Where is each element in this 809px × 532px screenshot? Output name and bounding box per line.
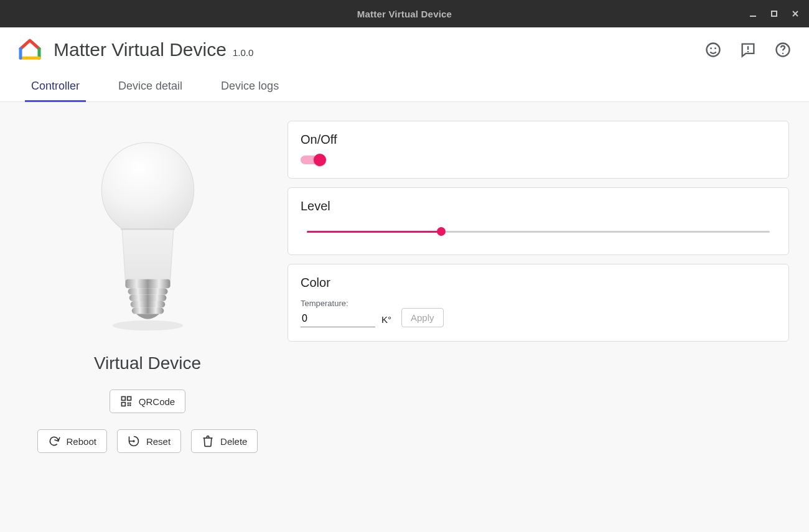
svg-rect-19 (127, 397, 131, 401)
tab-bar: Controller Device detail Device logs (0, 72, 809, 102)
svg-point-11 (112, 320, 182, 331)
message-alert-icon[interactable] (739, 41, 757, 58)
help-icon[interactable] (774, 41, 792, 58)
qrcode-icon (120, 395, 133, 408)
svg-rect-16 (130, 301, 165, 307)
svg-rect-15 (129, 295, 166, 301)
apply-button[interactable]: Apply (401, 308, 444, 327)
window-minimize-button[interactable] (744, 5, 762, 22)
onoff-card: On/Off (288, 121, 789, 179)
svg-rect-1 (772, 11, 777, 16)
level-track-fill (307, 231, 441, 233)
onoff-toggle-knob (314, 154, 326, 166)
level-slider[interactable] (307, 222, 770, 241)
svg-point-10 (782, 52, 783, 54)
window-close-button[interactable] (787, 5, 804, 22)
reset-icon (128, 435, 140, 447)
window-titlebar: Matter Virtual Device (0, 0, 809, 27)
window-maximize-button[interactable] (765, 5, 783, 22)
app-header: Matter Virtual Device 1.0.0 (0, 27, 809, 72)
temperature-label: Temperature: (301, 299, 375, 308)
svg-rect-24 (129, 404, 131, 406)
svg-rect-18 (121, 397, 125, 401)
device-image (20, 121, 275, 351)
google-home-logo-icon (17, 37, 42, 62)
svg-point-8 (747, 50, 749, 52)
delete-button[interactable]: Delete (191, 429, 258, 453)
reset-button-label: Reset (146, 437, 171, 446)
qrcode-button-label: QRCode (139, 397, 175, 406)
level-card: Level (288, 187, 789, 255)
temperature-unit: K° (381, 314, 391, 325)
tab-controller[interactable]: Controller (25, 80, 86, 102)
color-title: Color (301, 276, 776, 290)
color-card: Color Temperature: K° Apply (288, 264, 789, 342)
device-column: Virtual Device QRCode Reboot (20, 121, 275, 453)
svg-point-4 (707, 43, 720, 56)
qrcode-button[interactable]: QRCode (110, 390, 185, 413)
reboot-button[interactable]: Reboot (37, 429, 107, 453)
app-title: Matter Virtual Device (54, 39, 227, 60)
lightbulb-icon (96, 139, 199, 332)
tab-device-detail[interactable]: Device detail (112, 80, 189, 102)
onoff-toggle[interactable] (301, 156, 324, 164)
header-icons (704, 41, 792, 58)
level-slider-knob[interactable] (437, 227, 446, 236)
temperature-input[interactable] (301, 310, 375, 327)
svg-rect-21 (127, 403, 129, 404)
window-title: Matter Virtual Device (357, 9, 452, 19)
svg-point-6 (714, 47, 716, 49)
trash-icon (202, 435, 214, 447)
reboot-icon (48, 435, 60, 447)
app-version: 1.0.0 (233, 47, 253, 58)
svg-rect-17 (131, 308, 164, 314)
device-buttons-row-1: QRCode (20, 390, 275, 413)
device-name: Virtual Device (94, 353, 201, 373)
level-title: Level (301, 199, 776, 213)
svg-rect-23 (127, 404, 129, 406)
content-area: Virtual Device QRCode Reboot (0, 102, 809, 532)
svg-rect-13 (125, 279, 170, 288)
onoff-title: On/Off (301, 133, 776, 147)
smiley-icon[interactable] (704, 41, 722, 58)
reset-button[interactable]: Reset (117, 429, 181, 453)
svg-rect-20 (121, 403, 125, 406)
svg-rect-14 (128, 289, 167, 295)
window-controls (744, 0, 804, 27)
level-track (307, 231, 770, 233)
svg-point-5 (710, 47, 712, 49)
svg-point-25 (133, 440, 134, 442)
controls-column: On/Off Level Color (288, 121, 789, 342)
app-window: Matter Virtual Device Matter Virtual D (0, 0, 809, 532)
reboot-button-label: Reboot (67, 437, 96, 446)
delete-button-label: Delete (220, 437, 247, 446)
tab-device-logs[interactable]: Device logs (215, 80, 285, 102)
svg-rect-22 (129, 403, 131, 404)
apply-button-label: Apply (411, 312, 434, 323)
device-buttons-row-2: Reboot Reset Delete (20, 429, 275, 453)
